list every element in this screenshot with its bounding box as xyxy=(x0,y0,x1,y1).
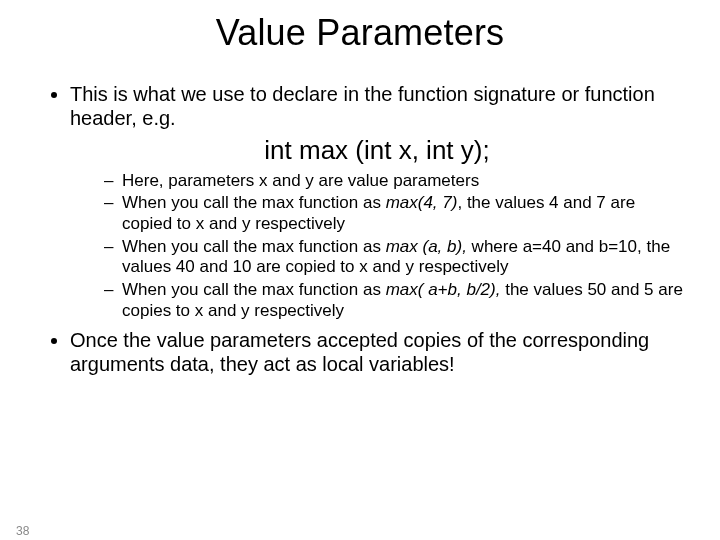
sub-bullet-4: When you call the max function as max( a… xyxy=(104,280,684,321)
bullet-list-level2: Here, parameters x and y are value param… xyxy=(70,171,684,322)
sub-bullet-1-text: Here, parameters x and y are value param… xyxy=(122,171,479,190)
bullet-intro-text: This is what we use to declare in the fu… xyxy=(70,83,655,129)
sub-bullet-3-pre: When you call the max function as xyxy=(122,237,386,256)
bullet-conclusion-text: Once the value parameters accepted copie… xyxy=(70,329,649,375)
sub-bullet-1: Here, parameters x and y are value param… xyxy=(104,171,684,192)
slide-title: Value Parameters xyxy=(0,12,720,54)
sub-bullet-2-pre: When you call the max function as xyxy=(122,193,386,212)
sub-bullet-4-pre: When you call the max function as xyxy=(122,280,386,299)
function-signature: int max (int x, int y); xyxy=(70,135,684,167)
sub-bullet-3-call: max (a, b), xyxy=(386,237,467,256)
page-number: 38 xyxy=(16,524,29,538)
bullet-conclusion: Once the value parameters accepted copie… xyxy=(70,328,684,377)
sub-bullet-4-call: max( a+b, b/2), xyxy=(386,280,501,299)
sub-bullet-3: When you call the max function as max (a… xyxy=(104,237,684,278)
bullet-list-level1: This is what we use to declare in the fu… xyxy=(36,82,684,376)
sub-bullet-2: When you call the max function as max(4,… xyxy=(104,193,684,234)
slide-body: This is what we use to declare in the fu… xyxy=(0,82,720,376)
sub-bullet-2-call: max(4, 7) xyxy=(386,193,458,212)
bullet-intro: This is what we use to declare in the fu… xyxy=(70,82,684,322)
